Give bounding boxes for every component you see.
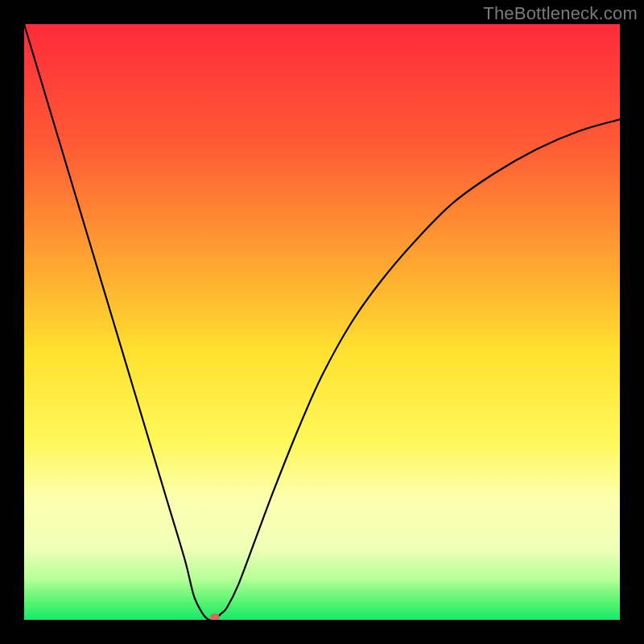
chart-plot-area — [24, 24, 620, 620]
chart-svg — [24, 24, 620, 620]
chart-frame: TheBottleneck.com — [0, 0, 644, 644]
watermark-text: TheBottleneck.com — [483, 3, 638, 24]
